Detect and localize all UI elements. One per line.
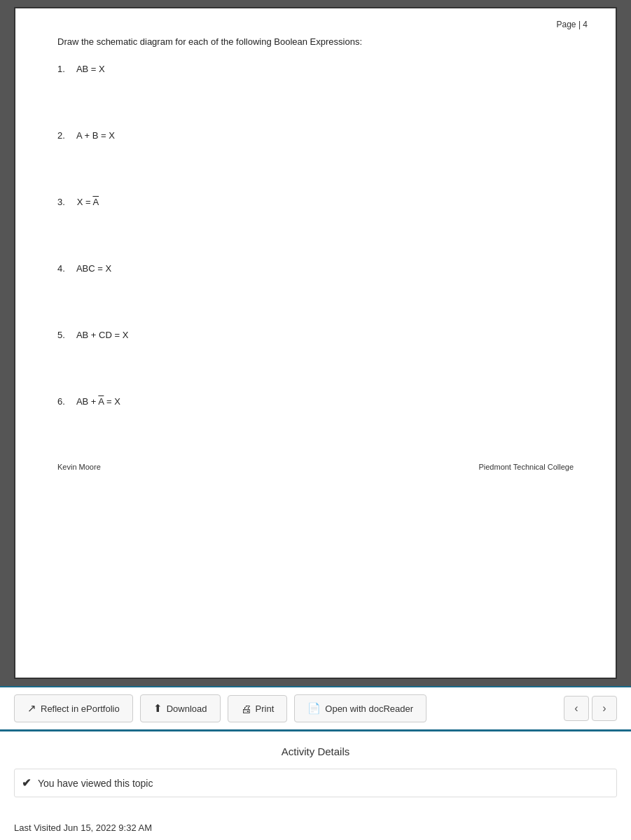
problem-2: 2. A + B = X: [57, 130, 574, 141]
problem-5-expr: AB + CD = X: [76, 330, 128, 340]
reflect-label: Reflect in ePortfolio: [41, 704, 120, 714]
download-button[interactable]: ⬆ Download: [140, 694, 221, 722]
activity-details: Activity Details ✔ You have viewed this …: [0, 729, 631, 811]
activity-status-text: You have viewed this topic: [38, 778, 153, 789]
problem-3-expr: X = A: [77, 197, 99, 207]
problem-3-overline: A: [92, 197, 99, 207]
problem-1: 1. AB = X: [57, 64, 574, 74]
problem-5-num: 5.: [57, 330, 74, 340]
problem-6-num: 6.: [57, 396, 74, 407]
print-label: Print: [256, 704, 275, 714]
next-icon: ›: [602, 702, 606, 715]
prev-icon: ‹: [574, 702, 578, 715]
problem-6-overline: A: [98, 396, 104, 407]
problem-3: 3. X = A: [57, 197, 574, 207]
last-visited: Last Visited Jun 15, 2022 9:32 AM: [0, 811, 631, 840]
docreader-icon: 📄: [307, 702, 321, 715]
problem-5: 5. AB + CD = X: [57, 330, 574, 340]
next-button[interactable]: ›: [592, 696, 617, 721]
page-number: Page | 4: [557, 20, 588, 29]
problem-6: 6. AB + A = X: [57, 396, 574, 407]
problem-4-num: 4.: [57, 263, 74, 274]
download-icon: ⬆: [153, 702, 162, 715]
last-visited-text: Last Visited Jun 15, 2022 9:32 AM: [14, 822, 152, 833]
print-button[interactable]: 🖨 Print: [228, 695, 288, 722]
checkmark-icon: ✔: [22, 776, 31, 790]
problem-1-num: 1.: [57, 64, 74, 74]
nav-group: ‹ ›: [564, 696, 617, 721]
problem-list: 1. AB = X 2. A + B = X 3. X = A 4. ABC =…: [57, 64, 574, 407]
docreader-label: Open with docReader: [325, 704, 413, 714]
docreader-button[interactable]: 📄 Open with docReader: [294, 694, 427, 722]
reflect-icon: ↗: [27, 702, 36, 715]
problem-2-num: 2.: [57, 130, 74, 141]
doc-footer: Kevin Moore Piedmont Technical College: [57, 463, 574, 471]
doc-title: Draw the schematic diagram for each of t…: [57, 36, 574, 47]
print-icon: 🖨: [241, 703, 251, 715]
download-label: Download: [167, 704, 207, 714]
toolbar: ↗ Reflect in ePortfolio ⬆ Download 🖨 Pri…: [0, 686, 631, 729]
document-page: Page | 4 Draw the schematic diagram for …: [14, 7, 617, 679]
problem-3-num: 3.: [57, 197, 74, 207]
activity-status: ✔ You have viewed this topic: [14, 769, 617, 797]
prev-button[interactable]: ‹: [564, 696, 589, 721]
problem-4: 4. ABC = X: [57, 263, 574, 274]
problem-2-expr: A + B = X: [76, 130, 115, 141]
document-container: Page | 4 Draw the schematic diagram for …: [0, 0, 631, 686]
problem-6-expr: AB + A = X: [76, 396, 120, 407]
footer-right: Piedmont Technical College: [478, 463, 574, 471]
footer-left: Kevin Moore: [57, 463, 101, 471]
problem-1-expr: AB = X: [76, 64, 105, 74]
reflect-button[interactable]: ↗ Reflect in ePortfolio: [14, 694, 133, 722]
activity-title: Activity Details: [14, 746, 617, 757]
problem-4-expr: ABC = X: [76, 263, 111, 274]
